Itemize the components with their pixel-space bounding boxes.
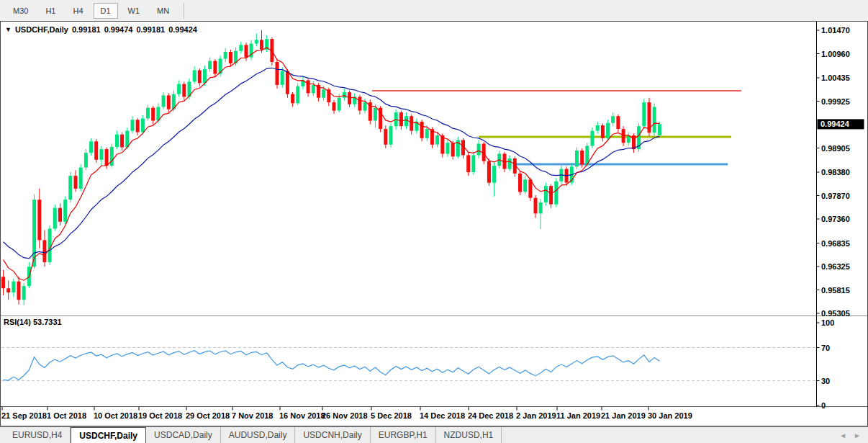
price-tick-label: 0.98905 — [821, 144, 850, 153]
ohlc-high: 0.99474 — [104, 25, 133, 34]
tab-audusd-daily[interactable]: AUDUSD,Daily — [221, 427, 296, 443]
tab-nzdusd-h1[interactable]: NZDUSD,H1 — [436, 427, 502, 443]
price-tick-label: 0.95815 — [821, 286, 850, 295]
chart-frame — [1, 22, 868, 426]
price-tick-label: 0.95305 — [821, 309, 850, 318]
date-tick-label: 11 Jan 2019 — [556, 411, 600, 420]
ohlc-low: 0.99181 — [136, 25, 165, 34]
date-tick-label: 26 Nov 2018 — [322, 411, 368, 420]
tab-scroll-buttons: ◄ ► — [839, 427, 868, 443]
chart-symbol: USDCHF,Daily — [15, 25, 68, 34]
timeframe-button-m30[interactable]: M30 — [6, 3, 35, 19]
tab-scroll-left-icon[interactable]: ◄ — [839, 431, 846, 439]
rsi-tick-label: 30 — [821, 377, 830, 385]
tab-eurusd-h4[interactable]: EURUSD,H4 — [4, 427, 71, 443]
mt4-window: M30H1H4D1W1MN ▼ USDCHF,Daily 0.99181 0.9… — [0, 0, 868, 443]
chart-dropdown-icon[interactable]: ▼ — [5, 26, 12, 33]
price-tick-label: 0.99925 — [821, 97, 850, 106]
timeframe-button-d1[interactable]: D1 — [94, 3, 118, 19]
current-price-label: 0.99424 — [820, 120, 850, 128]
price-tick-label: 0.96325 — [821, 262, 850, 271]
price-tick-label: 1.00435 — [821, 73, 850, 82]
date-tick-label: 5 Dec 2018 — [371, 411, 412, 420]
timeframe-button-w1[interactable]: W1 — [121, 3, 148, 19]
tab-usdchf-daily[interactable]: USDCHF,Daily — [71, 427, 146, 443]
date-tick-label: 21 Jan 2019 — [601, 411, 646, 420]
date-tick-label: 24 Dec 2018 — [468, 411, 513, 420]
chart-canvas[interactable]: RSI(14) 53.73311.014701.009601.004350.99… — [0, 21, 868, 426]
rsi-label: RSI(14) 53.7331 — [4, 318, 62, 326]
rsi-tick-label: 0 — [821, 401, 826, 410]
price-tick-label: 0.97870 — [821, 192, 850, 200]
timeframe-button-h4[interactable]: H4 — [65, 3, 90, 19]
rsi-tick-label: 70 — [821, 344, 830, 352]
price-tick-label: 0.96835 — [821, 239, 850, 248]
date-tick-label: 29 Oct 2018 — [186, 411, 230, 420]
date-tick-label: 2 Jan 2019 — [516, 411, 556, 420]
tab-scroll-right-icon[interactable]: ► — [854, 431, 861, 439]
date-tick-label: 16 Nov 2018 — [279, 411, 325, 420]
date-tick-label: 10 Oct 2018 — [94, 411, 137, 420]
tab-usdcad-daily[interactable]: USDCAD,Daily — [146, 427, 221, 443]
date-tick-label: 7 Nov 2018 — [232, 411, 273, 420]
ohlc-close: 0.99424 — [168, 25, 197, 34]
date-tick-label: 30 Jan 2019 — [648, 411, 692, 420]
tab-usdcnh-daily[interactable]: USDCNH,Daily — [295, 427, 370, 443]
chart-window: ▼ USDCHF,Daily 0.99181 0.99474 0.99181 0… — [0, 21, 868, 426]
price-tick-label: 1.00960 — [821, 50, 850, 58]
toolbar-separator — [184, 3, 184, 19]
rsi-tick-label: 100 — [821, 318, 834, 327]
price-tick-label: 1.01470 — [821, 26, 850, 35]
tab-eurgbp-h1[interactable]: EURGBP,H1 — [371, 427, 436, 443]
price-tick-label: 0.97360 — [821, 215, 850, 223]
date-tick-label: 19 Oct 2018 — [138, 411, 182, 420]
timeframe-button-h1[interactable]: H1 — [38, 3, 63, 19]
date-tick-label: 14 Dec 2018 — [420, 411, 465, 420]
date-tick-label: 21 Sep 2018 — [1, 411, 47, 420]
chart-tabbar: EURUSD,H4USDCHF,DailyUSDCAD,DailyAUDUSD,… — [0, 426, 868, 443]
timeframe-button-mn[interactable]: MN — [150, 3, 176, 19]
date-tick-label: 1 Oct 2018 — [47, 411, 86, 420]
timeframe-toolbar: M30H1H4D1W1MN — [0, 0, 868, 21]
ohlc-open: 0.99181 — [72, 25, 101, 34]
price-tick-label: 0.98380 — [821, 168, 850, 176]
chart-title: ▼ USDCHF,Daily 0.99181 0.99474 0.99181 0… — [5, 25, 197, 34]
